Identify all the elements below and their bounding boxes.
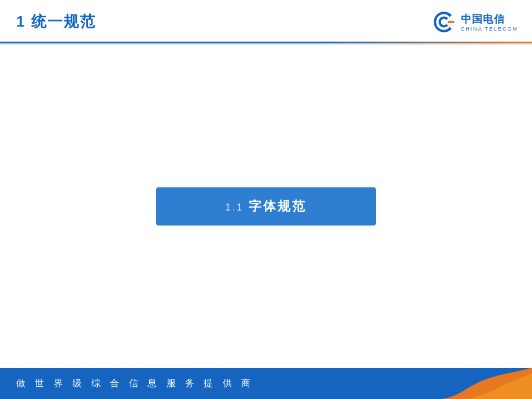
section-number: 1.1 xyxy=(226,202,243,212)
main-content: 1.1 字体规范 xyxy=(0,45,532,368)
page-title: 1 统一规范 xyxy=(16,12,96,32)
section-box: 1.1 字体规范 xyxy=(156,187,376,226)
logo-area: 中国电信 CHINA TELECOM xyxy=(432,10,518,34)
footer-slogan: 做 世 界 级 综 合 信 息 服 务 提 供 商 xyxy=(0,378,254,390)
header: 1 统一规范 中国电信 CHINA TELECOM xyxy=(0,0,532,45)
footer: 做 世 界 级 综 合 信 息 服 务 提 供 商 xyxy=(0,368,532,399)
section-title: 字体规范 xyxy=(249,199,306,213)
logo-text-group: 中国电信 CHINA TELECOM xyxy=(461,12,518,32)
logo-icon: 中国电信 CHINA TELECOM xyxy=(432,10,518,34)
section-box-label: 1.1 字体规范 xyxy=(226,199,306,213)
logo-english-text: CHINA TELECOM xyxy=(461,26,518,32)
svg-rect-1 xyxy=(448,20,455,23)
china-telecom-icon xyxy=(432,10,456,34)
logo-chinese-text: 中国电信 xyxy=(461,12,518,26)
footer-wave-decoration xyxy=(439,368,532,399)
